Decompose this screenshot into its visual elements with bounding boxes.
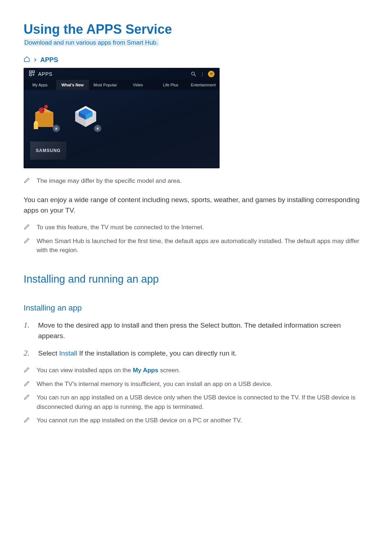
pencil-icon <box>24 416 30 424</box>
lock-icon <box>53 125 60 132</box>
step-1: 1. Move to the desired app to install an… <box>24 320 368 341</box>
tv-content: SAMSUNG <box>24 90 220 168</box>
settings-icon[interactable] <box>208 71 215 77</box>
svg-point-10 <box>39 107 45 113</box>
tab-my-apps[interactable]: My Apps <box>24 80 56 90</box>
svg-rect-1 <box>33 71 34 73</box>
app-tile-1[interactable] <box>30 102 58 131</box>
samsung-logo-tile[interactable]: SAMSUNG <box>30 141 66 160</box>
note-usb-connected: You can run an app installed on a USB de… <box>24 393 368 411</box>
step-number: 2. <box>24 348 32 358</box>
note-insufficient-memory: When the TV's internal memory is insuffi… <box>24 379 368 389</box>
tab-most-popular[interactable]: Most Popular <box>89 80 122 90</box>
pencil-icon <box>24 237 30 245</box>
subsection-installing-app: Installing an app <box>24 303 368 313</box>
svg-rect-2 <box>29 74 31 76</box>
tab-entertainment[interactable]: Entertainment <box>187 80 220 90</box>
note-image-differs: The image may differ by the specific mod… <box>24 176 368 186</box>
note-internet: To use this feature, the TV must be conn… <box>24 223 368 232</box>
breadcrumb: APPS <box>24 56 368 64</box>
svg-rect-14 <box>56 128 57 130</box>
pencil-icon <box>24 379 30 388</box>
apps-grid-icon <box>29 70 35 78</box>
svg-rect-12 <box>34 123 38 129</box>
note-other-device: You cannot run the app installed on the … <box>24 416 368 425</box>
note-my-apps: You can view installed apps on the My Ap… <box>24 366 368 375</box>
svg-point-11 <box>44 105 48 108</box>
home-icon <box>24 56 30 64</box>
tv-tabs: My Apps What's New Most Popular Video Li… <box>24 80 220 90</box>
svg-rect-21 <box>97 128 99 130</box>
svg-point-5 <box>192 72 195 75</box>
breadcrumb-label: APPS <box>40 56 58 64</box>
pencil-icon <box>24 176 30 185</box>
install-link: Install <box>59 349 77 357</box>
tab-life-plus[interactable]: Life Plus <box>154 80 187 90</box>
svg-line-6 <box>194 75 196 76</box>
pencil-icon <box>24 393 30 402</box>
pencil-icon <box>24 366 30 374</box>
lock-icon <box>94 125 101 132</box>
svg-rect-13 <box>34 121 37 123</box>
app-tile-2[interactable] <box>72 102 100 131</box>
my-apps-link: My Apps <box>133 367 158 374</box>
divider: | <box>202 71 203 77</box>
step-2: 2. Select Install If the installation is… <box>24 348 368 358</box>
note-default-apps: When Smart Hub is launched for the first… <box>24 237 368 255</box>
intro-paragraph: You can enjoy a wide range of content in… <box>24 194 368 216</box>
tv-header: APPS | <box>24 68 220 80</box>
svg-rect-0 <box>29 71 31 73</box>
page-title: Using the APPS Service <box>24 22 368 37</box>
search-icon[interactable] <box>190 71 197 77</box>
chevron-right-icon <box>33 56 37 64</box>
section-installing-running: Installing and running an app <box>24 273 368 285</box>
page-subtitle: Download and run various apps from Smart… <box>24 39 368 46</box>
step-number: 1. <box>24 320 32 341</box>
pencil-icon <box>24 223 30 231</box>
tv-screenshot: APPS | My Apps What's New Most Popular <box>24 68 220 168</box>
tab-whats-new[interactable]: What's New <box>56 80 89 90</box>
tab-video[interactable]: Video <box>122 80 154 90</box>
tv-header-title: APPS <box>38 71 52 77</box>
svg-point-7 <box>211 73 212 74</box>
